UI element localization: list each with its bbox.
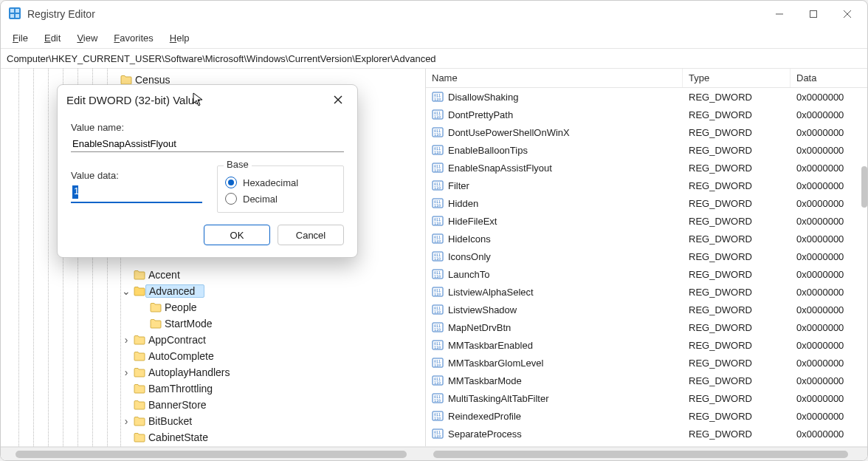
minimize-button[interactable] xyxy=(762,1,796,27)
tree-item-label: BamThrottling xyxy=(148,383,218,395)
svg-text:110: 110 xyxy=(434,310,441,314)
list-body[interactable]: 011 110 DisallowShakingREG_DWORD0x000000… xyxy=(426,88,867,446)
list-row[interactable]: 011 110 MMTaskbarEnabledREG_DWORD0x00000… xyxy=(426,336,867,354)
list-row[interactable]: 011 110 ReindexedProfileREG_DWORD0x00000… xyxy=(426,407,867,425)
svg-text:110: 110 xyxy=(434,256,441,261)
menu-edit[interactable]: Edit xyxy=(37,30,68,46)
tree-item[interactable]: Accent xyxy=(1,267,425,283)
list-row[interactable]: 011 110 MMTaskbarModeREG_DWORD0x0000000 xyxy=(426,372,867,389)
value-type: REG_DWORD xyxy=(683,92,790,103)
tree-item[interactable]: BannerStore xyxy=(1,397,425,413)
value-name: DisallowShaking xyxy=(448,92,518,103)
svg-rect-4 xyxy=(16,14,19,18)
list-row[interactable]: 011 110 SeparateProcessREG_DWORD0x000000… xyxy=(426,425,867,443)
address-bar[interactable]: Computer\HKEY_CURRENT_USER\Software\Micr… xyxy=(1,48,867,69)
value-type: REG_DWORD xyxy=(683,358,790,369)
value-name: EnableSnapAssistFlyout xyxy=(448,163,552,174)
list-row[interactable]: 011 110 DisallowShakingREG_DWORD0x000000… xyxy=(426,88,867,106)
list-row[interactable]: 011 110 FilterREG_DWORD0x0000000 xyxy=(426,177,867,194)
list-row[interactable]: 011 110 DontPrettyPathREG_DWORD0x0000000 xyxy=(426,106,867,123)
value-data: 0x0000000 xyxy=(790,145,867,156)
list-row[interactable]: 011 110 HideIconsREG_DWORD0x0000000 xyxy=(426,230,867,247)
value-name: MultiTaskingAltTabFilter xyxy=(448,393,549,404)
value-type: REG_DWORD xyxy=(683,233,790,245)
svg-text:110: 110 xyxy=(434,292,441,296)
list-row[interactable]: 011 110 MultiTaskingAltTabFilterREG_DWOR… xyxy=(426,389,867,407)
value-name: IconsOnly xyxy=(448,251,491,262)
expander-icon[interactable]: › xyxy=(120,415,132,427)
column-type[interactable]: Type xyxy=(683,69,790,87)
list-row[interactable]: 011 110 LaunchToREG_DWORD0x0000000 xyxy=(426,265,867,283)
hscroll-thumb-right[interactable] xyxy=(433,451,848,458)
list-row[interactable]: 011 110 MapNetDrvBtnREG_DWORD0x0000000 xyxy=(426,318,867,336)
list-row[interactable]: 011 110 EnableSnapAssistFlyoutREG_DWORD0… xyxy=(426,159,867,177)
tree-item-label: StartMode xyxy=(165,318,218,329)
tree-item[interactable]: › BitBucket xyxy=(1,413,425,429)
value-data: 0x0000000 xyxy=(790,198,867,209)
radio-hex-row[interactable]: Hexadecimal xyxy=(225,177,336,188)
svg-text:110: 110 xyxy=(434,398,441,403)
value-data: 0x0000000 xyxy=(790,358,867,369)
radio-hex-label: Hexadecimal xyxy=(243,177,298,188)
tree-item[interactable]: › AppContract xyxy=(1,332,425,348)
svg-text:110: 110 xyxy=(434,97,441,101)
list-pane: Name Type Data 011 110 DisallowShakingRE… xyxy=(426,69,867,446)
value-name-field[interactable] xyxy=(71,136,344,152)
list-row[interactable]: 011 110 ListviewShadowREG_DWORD0x0000000 xyxy=(426,301,867,318)
list-row[interactable]: 011 110 DontUsePowerShellOnWinXREG_DWORD… xyxy=(426,123,867,141)
value-type: REG_DWORD xyxy=(683,163,790,174)
list-row[interactable]: 011 110 MMTaskbarGlomLevelREG_DWORD0x000… xyxy=(426,354,867,372)
vertical-scrollbar-thumb[interactable] xyxy=(861,166,867,208)
menu-help[interactable]: Help xyxy=(162,30,197,46)
radio-hex[interactable] xyxy=(225,177,237,188)
list-row[interactable]: 011 110 EnableBalloonTipsREG_DWORD0x0000… xyxy=(426,141,867,159)
tree-item[interactable]: CabinetState xyxy=(1,429,425,445)
radio-dec-label: Decimal xyxy=(243,194,278,205)
dialog-titlebar: Edit DWORD (32-bit) Value xyxy=(58,85,357,115)
tree-item[interactable]: AutoComplete xyxy=(1,348,425,364)
value-type: REG_DWORD xyxy=(683,127,790,138)
list-row[interactable]: 011 110 HideFileExtREG_DWORD0x0000000 xyxy=(426,212,867,230)
svg-text:110: 110 xyxy=(434,327,441,332)
close-button[interactable] xyxy=(830,1,864,27)
value-data: 0x0000000 xyxy=(790,251,867,262)
tree-item[interactable]: StartMode xyxy=(1,315,425,332)
list-row[interactable]: 011 110 ListviewAlphaSelectREG_DWORD0x00… xyxy=(426,283,867,301)
expander-icon[interactable]: › xyxy=(120,334,132,346)
maximize-button[interactable] xyxy=(796,1,830,27)
list-row[interactable]: 011 110 IconsOnlyREG_DWORD0x0000000 xyxy=(426,247,867,265)
tree-item[interactable]: BamThrottling xyxy=(1,380,425,397)
value-data: 0x0000000 xyxy=(790,375,867,386)
svg-text:110: 110 xyxy=(434,274,441,279)
expander-icon[interactable]: › xyxy=(120,366,132,378)
value-data: 0x0000000 xyxy=(790,92,867,103)
value-data: 0x0000000 xyxy=(790,216,867,227)
tree-item[interactable]: ⌄ Advanced xyxy=(1,283,425,299)
cancel-button[interactable]: Cancel xyxy=(278,225,344,245)
edit-dword-dialog: Edit DWORD (32-bit) Value Value name: Va… xyxy=(57,84,358,258)
value-name: Hidden xyxy=(448,198,478,209)
ok-button[interactable]: OK xyxy=(204,225,270,245)
value-data-input[interactable] xyxy=(71,184,202,203)
value-data: 0x0000000 xyxy=(790,269,867,280)
value-data: 0x0000000 xyxy=(790,287,867,298)
hscroll-thumb-left[interactable] xyxy=(16,451,407,458)
horizontal-scrollbar[interactable] xyxy=(1,447,867,460)
expander-icon[interactable]: ⌄ xyxy=(120,285,132,297)
radio-dec[interactable] xyxy=(225,193,237,205)
column-name[interactable]: Name xyxy=(426,69,683,87)
column-data[interactable]: Data xyxy=(790,69,867,87)
window-controls xyxy=(762,1,864,27)
svg-rect-2 xyxy=(16,9,19,13)
tree-item[interactable]: People xyxy=(1,299,425,315)
tree-item[interactable]: › AutoplayHandlers xyxy=(1,364,425,380)
value-type: REG_DWORD xyxy=(683,375,790,386)
dialog-close-button[interactable] xyxy=(328,89,348,110)
menu-file[interactable]: File xyxy=(5,30,35,46)
menu-favorites[interactable]: Favorites xyxy=(106,30,160,46)
menu-view[interactable]: View xyxy=(69,30,105,46)
value-type: REG_DWORD xyxy=(683,393,790,404)
list-row[interactable]: 011 110 HiddenREG_DWORD0x0000000 xyxy=(426,194,867,212)
value-name: HideFileExt xyxy=(448,216,497,227)
radio-dec-row[interactable]: Decimal xyxy=(225,193,336,205)
